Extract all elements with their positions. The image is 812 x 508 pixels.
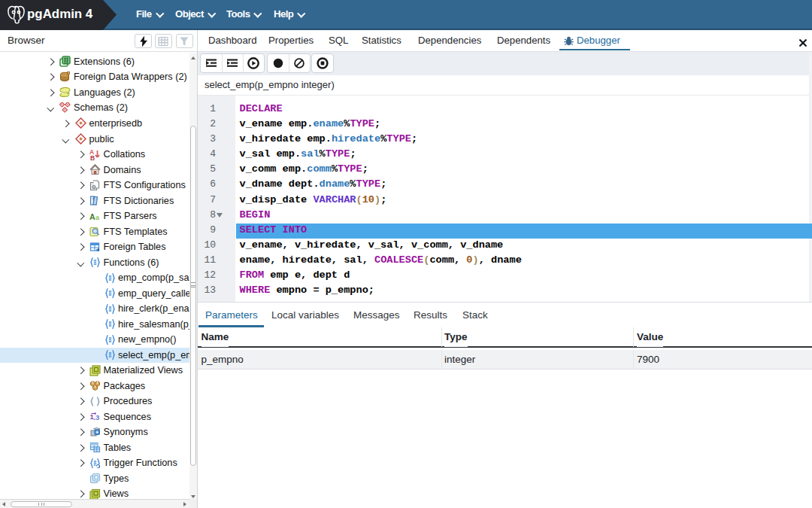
svg-text:B: B — [90, 154, 95, 160]
svg-text:a: a — [95, 213, 100, 221]
svg-text:3: 3 — [95, 413, 99, 421]
svg-text:A: A — [89, 211, 95, 221]
